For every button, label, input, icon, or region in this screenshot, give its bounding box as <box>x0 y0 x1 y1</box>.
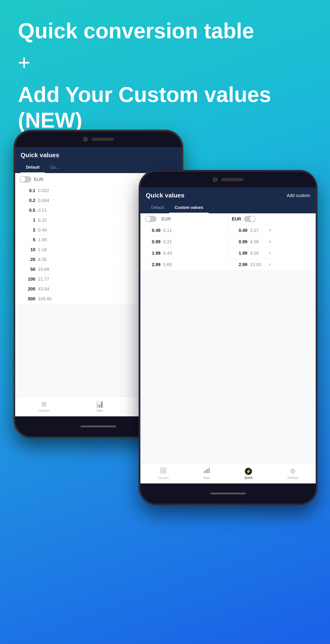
val-secondary: 0.22 <box>38 218 54 223</box>
phone-2-app-header: Quick values Add custom Default Custom v… <box>140 188 316 213</box>
val-secondary: 0.43 <box>163 251 179 256</box>
svg-rect-5 <box>206 470 206 473</box>
phone-1-header-top: Quick values <box>20 152 176 159</box>
val-primary: 2.99 <box>145 262 160 267</box>
col-divider <box>228 227 228 234</box>
col-divider <box>228 250 228 256</box>
phone-2-bottom-nav: Convert Rate ⚡ Quick <box>140 463 316 484</box>
phone-1-toggle-left[interactable] <box>20 176 31 182</box>
nav-convert[interactable]: Convert <box>158 467 168 480</box>
remove-button[interactable]: × <box>268 250 272 256</box>
nav-rate[interactable]: 📊 Rate <box>96 400 104 412</box>
home-indicator-2 <box>210 492 246 494</box>
phone-2: Quick values Add custom Default Custom v… <box>138 170 318 505</box>
svg-rect-0 <box>160 468 163 470</box>
phone-1-tab-default[interactable]: Default <box>20 162 45 173</box>
val-primary: 0.5 <box>20 208 35 213</box>
table-row: 0.99 0.21 0.99 4.58 × <box>140 236 316 248</box>
table-row: 1.99 0.43 1.99 9.20 × <box>140 248 316 259</box>
val-primary: 0.99 <box>232 239 248 244</box>
col-right: 2.99 13.83 × <box>232 262 312 268</box>
nav-quick-label: Quick <box>244 476 252 480</box>
val-secondary: 0.21 <box>163 239 179 244</box>
phone-1-speaker <box>92 138 114 141</box>
phone-2-currency-from: EUR <box>162 216 171 222</box>
col-left: 0.99 0.21 <box>145 239 224 244</box>
phone-1-toggle-knob-left <box>20 177 26 182</box>
svg-rect-4 <box>204 471 205 473</box>
svg-rect-7 <box>208 468 210 473</box>
hero-title: Quick conversion table <box>18 18 312 44</box>
svg-rect-3 <box>164 471 166 473</box>
val-secondary: 0.65 <box>163 262 179 267</box>
col-left: 0.49 0.11 <box>145 228 224 233</box>
remove-button[interactable]: × <box>268 239 272 245</box>
val-secondary: 0.11 <box>38 208 54 213</box>
quick-icon: ⚡ <box>245 468 252 475</box>
val-secondary: 43.54 <box>38 286 54 292</box>
phone-2-header-top: Quick values Add custom <box>146 192 310 199</box>
nav-quick[interactable]: ⚡ Quick <box>244 468 252 480</box>
val-secondary: 0.022 <box>38 188 54 193</box>
val-primary: 0.1 <box>20 188 35 193</box>
col-left: 2.99 0.65 <box>145 262 224 267</box>
svg-rect-2 <box>160 471 163 473</box>
val-secondary: 0.044 <box>38 198 54 203</box>
val-primary: 1.99 <box>232 251 248 256</box>
nav-rate[interactable]: Rate <box>203 467 210 480</box>
phone-2-content: EUR EUR 0.49 <box>140 213 316 463</box>
phones-container: Quick values Default Cu... EUR EUR <box>0 121 330 644</box>
phone-1-top-bar <box>15 132 182 147</box>
phone-2-table: 0.49 0.11 0.49 2.27 × 0.99 <box>140 225 316 270</box>
val-primary: 2.99 <box>232 262 248 267</box>
phone-1-tab-custom[interactable]: Cu... <box>45 162 64 173</box>
phone-2-tab-custom[interactable]: Custom values <box>169 202 208 213</box>
nav-convert[interactable]: ⊞ Convert <box>38 400 50 412</box>
val-secondary: 4.35 <box>38 257 54 262</box>
nav-settings-label: Settings <box>287 476 298 480</box>
col-right: 0.99 4.58 × <box>232 239 312 245</box>
val-primary: 50 <box>20 267 35 272</box>
phone-2-toggle-left[interactable] <box>145 216 156 222</box>
val-secondary: 21.77 <box>38 276 54 282</box>
convert-icon <box>160 467 166 475</box>
val-secondary: 2.18 <box>38 247 54 252</box>
nav-settings[interactable]: ⚙ Settings <box>287 468 298 480</box>
val-primary: 20 <box>20 257 35 262</box>
convert-icon: ⊞ <box>41 400 46 408</box>
phone-2-tabs: Default Custom values <box>146 202 310 213</box>
phone-2-toggle-knob-left <box>145 216 151 222</box>
rate-icon <box>204 467 210 475</box>
val-secondary: 1.09 <box>38 237 54 242</box>
nav-rate-label: Rate <box>203 476 210 480</box>
remove-button[interactable]: × <box>268 228 272 233</box>
phone-2-app-title: Quick values <box>146 192 184 199</box>
col-right-currency: EUR <box>232 216 312 222</box>
phone-1-app-title: Quick values <box>20 152 59 159</box>
col-right: 0.49 2.27 × <box>232 228 312 233</box>
phone-1-app-header: Quick values Default Cu... <box>15 147 182 173</box>
home-indicator <box>80 426 116 427</box>
phone-1-currency-from: EUR <box>34 177 43 182</box>
phone-2-tab-default[interactable]: Default <box>146 202 169 213</box>
nav-rate-label: Rate <box>96 409 103 412</box>
val-secondary: 0.11 <box>163 228 179 233</box>
add-custom-button[interactable]: Add custom <box>287 193 310 198</box>
nav-convert-label: Convert <box>158 476 168 480</box>
col-right: 1.99 9.20 × <box>232 250 312 256</box>
val-primary: 1.99 <box>145 251 160 256</box>
phone-2-screen: Quick values Add custom Default Custom v… <box>140 188 316 484</box>
col-left: 1.99 0.43 <box>145 251 224 256</box>
col-divider <box>228 216 228 222</box>
phone-2-currency-to: EUR <box>232 216 241 222</box>
settings-icon: ⚙ <box>290 468 296 475</box>
phone-2-toggle-right[interactable] <box>244 216 256 222</box>
val-primary: 0.99 <box>145 239 160 244</box>
phone-2-camera <box>212 177 218 182</box>
val-secondary: 13.83 <box>250 262 266 267</box>
svg-rect-1 <box>164 468 166 470</box>
remove-button[interactable]: × <box>268 262 272 268</box>
val-primary: 1 <box>20 218 35 223</box>
val-primary: 500 <box>20 296 35 302</box>
val-primary: 2 <box>20 228 35 232</box>
